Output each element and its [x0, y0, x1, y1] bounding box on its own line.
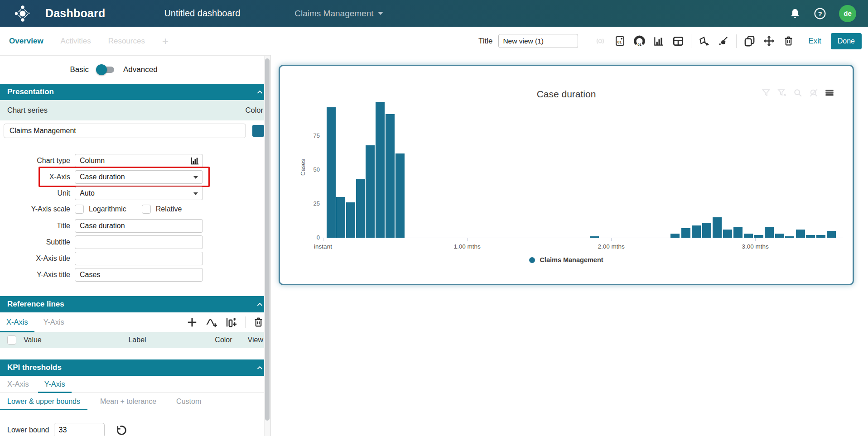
- log-selector-dropdown[interactable]: Claims Management: [294, 9, 383, 19]
- collapse-chevron-icon[interactable]: [256, 90, 263, 94]
- select-all-checkbox[interactable]: [7, 335, 16, 345]
- kpi-tab-x-axis[interactable]: X-Axis: [7, 376, 29, 393]
- move-icon[interactable]: [762, 34, 776, 48]
- chart-bar[interactable]: [386, 114, 395, 238]
- reference-lines-section-header[interactable]: Reference lines: [0, 296, 270, 312]
- user-avatar[interactable]: de: [839, 5, 856, 22]
- x-tick-mark: [755, 238, 756, 241]
- series-name-input[interactable]: [4, 124, 246, 138]
- chart-bar[interactable]: [395, 153, 405, 238]
- chart-type-label: Chart type: [0, 157, 75, 165]
- apply-style-icon[interactable]: [697, 34, 711, 48]
- dashboard-canvas: 0255075instant1.00 mths2.00 mths3.00 mth…: [271, 55, 868, 436]
- x-tick-label: 2.00 mths: [584, 243, 638, 250]
- chart-bar[interactable]: [775, 234, 784, 238]
- chart-widget-icon[interactable]: [652, 34, 665, 48]
- chart-bar[interactable]: [376, 102, 385, 238]
- chart-bar[interactable]: [733, 227, 743, 238]
- chart-bar[interactable]: [744, 234, 753, 238]
- dashboard-name[interactable]: Untitled dashboard: [164, 8, 240, 19]
- chart-title-input[interactable]: [75, 219, 203, 233]
- legend-series-label: Claims Management: [540, 256, 603, 264]
- color-column-label: Color: [246, 106, 263, 115]
- chart-legend[interactable]: Claims Management: [280, 256, 853, 264]
- done-button[interactable]: Done: [831, 33, 862, 49]
- chart-bar[interactable]: [702, 223, 711, 238]
- ref-lines-tab-y-axis[interactable]: Y-Axis: [43, 312, 64, 332]
- kpi-thresholds-section-header[interactable]: KPI thresholds: [0, 359, 270, 376]
- tab-activities[interactable]: Activities: [61, 37, 91, 46]
- chart-bar[interactable]: [670, 234, 680, 238]
- subtab-lower-upper-bounds[interactable]: Lower & upper bounds: [7, 393, 80, 410]
- chart-bar[interactable]: [816, 235, 825, 238]
- subtitle-input[interactable]: [75, 235, 203, 249]
- add-tab-button[interactable]: +: [162, 35, 169, 48]
- chevron-down-icon: [193, 176, 198, 179]
- duplicate-icon[interactable]: [743, 34, 756, 48]
- kpi-tab-y-axis[interactable]: Y-Axis: [44, 376, 65, 393]
- x-axis-select[interactable]: [75, 170, 203, 184]
- chart-type-input[interactable]: [75, 154, 203, 168]
- view-title-input[interactable]: [498, 34, 578, 48]
- app-logo-icon[interactable]: [13, 4, 33, 24]
- scrollbar-thumb[interactable]: [265, 58, 270, 421]
- y-axis-title-input[interactable]: [75, 268, 203, 282]
- chart-bar[interactable]: [336, 197, 345, 238]
- collapse-chevron-icon[interactable]: [256, 302, 263, 307]
- chart-bar[interactable]: [754, 235, 763, 238]
- app-title: Dashboard: [45, 7, 105, 20]
- add-percentile-lines-icon[interactable]: [225, 316, 238, 329]
- chart-bar[interactable]: [723, 230, 732, 238]
- advanced-mode-label: Advanced: [123, 65, 158, 74]
- chart-bar[interactable]: [785, 236, 794, 238]
- toggle-knob: [96, 64, 107, 75]
- chart-bar[interactable]: [346, 202, 355, 238]
- chart-bar[interactable]: [327, 107, 336, 238]
- chart-widget-card[interactable]: 0255075instant1.00 mths2.00 mths3.00 mth…: [279, 65, 854, 285]
- notifications-bell-icon[interactable]: [789, 8, 801, 19]
- relative-checkbox[interactable]: [142, 205, 151, 214]
- x-tick-mark: [467, 238, 468, 241]
- y-axis-title: Cases: [299, 158, 306, 177]
- basic-advanced-toggle[interactable]: [98, 67, 114, 73]
- chart-menu-icon[interactable]: [825, 88, 834, 98]
- presentation-section-header[interactable]: Presentation: [0, 84, 270, 100]
- clear-style-broom-icon[interactable]: [717, 34, 730, 48]
- kpi-widget-icon[interactable]: 01: [613, 34, 627, 48]
- column-view-label: View: [248, 336, 263, 344]
- ref-lines-tab-x-axis[interactable]: X-Axis: [6, 312, 28, 332]
- chart-bar[interactable]: [356, 179, 365, 238]
- chart-bar[interactable]: [796, 230, 805, 238]
- tab-resources[interactable]: Resources: [108, 37, 145, 46]
- delete-reference-lines-icon[interactable]: [253, 316, 264, 328]
- lower-bound-input[interactable]: [54, 423, 105, 436]
- unit-select[interactable]: [75, 187, 203, 200]
- help-icon[interactable]: ?: [814, 7, 826, 20]
- chart-bar[interactable]: [827, 231, 836, 238]
- add-reference-line-icon[interactable]: [186, 316, 198, 328]
- chart-bar[interactable]: [681, 228, 690, 238]
- subtab-custom[interactable]: Custom: [176, 393, 201, 410]
- chart-bar[interactable]: [590, 236, 599, 238]
- add-distribution-line-icon[interactable]: [205, 316, 218, 329]
- sidebar-scrollbar[interactable]: [264, 56, 270, 436]
- logarithmic-checkbox[interactable]: [75, 205, 84, 214]
- tab-overview[interactable]: Overview: [9, 37, 43, 46]
- x-axis-title-input[interactable]: [75, 252, 203, 265]
- chart-bar[interactable]: [765, 227, 774, 238]
- relative-label: Relative: [156, 205, 182, 213]
- chart-bar[interactable]: [366, 145, 375, 238]
- chart-bar[interactable]: [713, 217, 722, 238]
- log-selector-label: Claims Management: [294, 9, 373, 19]
- chart-bar[interactable]: [692, 225, 701, 238]
- exit-button[interactable]: Exit: [808, 37, 821, 46]
- subtab-mean-tolerance[interactable]: Mean + tolerance: [100, 393, 156, 410]
- y-axis-scale-label: Y-Axis scale: [0, 205, 75, 213]
- delete-trash-icon[interactable]: [781, 34, 795, 48]
- reset-icon[interactable]: [115, 424, 127, 436]
- chart-bar[interactable]: [806, 235, 815, 238]
- series-color-swatch[interactable]: [252, 125, 264, 137]
- table-widget-icon[interactable]: [671, 34, 685, 48]
- collapse-chevron-icon[interactable]: [256, 366, 263, 370]
- gauge-widget-icon[interactable]: 01: [632, 34, 646, 48]
